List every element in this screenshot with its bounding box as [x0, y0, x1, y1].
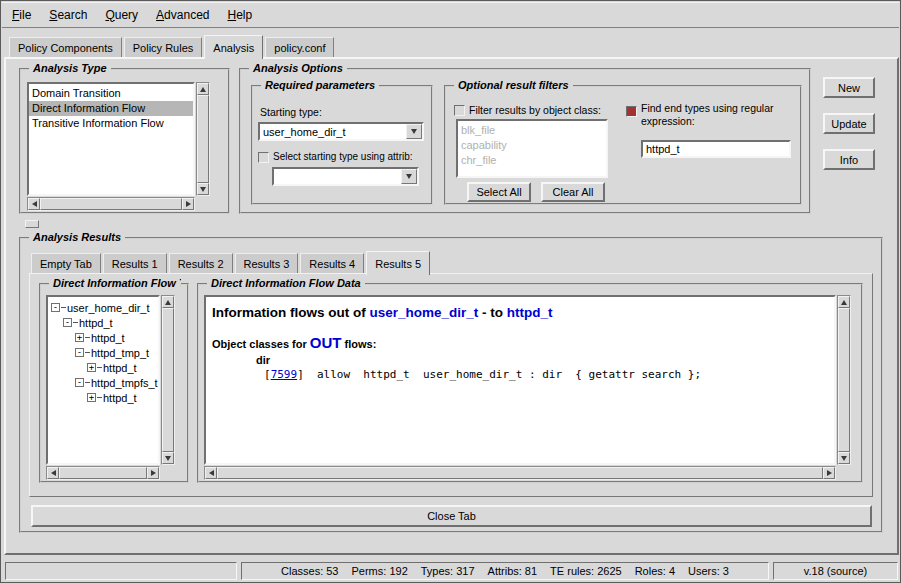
tree-node-label[interactable]: user_home_dir_t	[67, 302, 150, 314]
analysis-type-listbox[interactable]: Domain Transition Direct Information Flo…	[27, 82, 195, 196]
scroll-up-button[interactable]	[197, 83, 209, 95]
status-classes: Classes: 53	[281, 565, 338, 577]
menu-file[interactable]: File	[12, 8, 31, 22]
scrollbar-thumb[interactable]	[838, 308, 850, 452]
scroll-up-button[interactable]	[162, 296, 174, 308]
tree-expander-icon[interactable]: +	[87, 363, 96, 372]
tree-row: +httpd_t	[48, 360, 158, 375]
analysis-type-horizontal-scrollbar[interactable]	[27, 197, 195, 211]
scroll-left-button[interactable]	[205, 467, 217, 479]
attrib-checkbox[interactable]	[258, 152, 269, 163]
tab-policy-conf[interactable]: policy.conf	[265, 37, 334, 57]
tree-node-label[interactable]: httpd_t	[91, 332, 125, 344]
menu-search[interactable]: Search	[49, 8, 87, 22]
clear-all-button[interactable]: Clear All	[541, 182, 605, 202]
data-vertical-scrollbar[interactable]	[837, 295, 851, 465]
rule-text: allow httpd_t user_home_dir_t : dir { ge…	[304, 368, 701, 381]
list-item-direct-information-flow[interactable]: Direct Information Flow	[29, 101, 193, 116]
list-item-domain-transition[interactable]: Domain Transition	[29, 86, 193, 101]
tab-results-4[interactable]: Results 4	[300, 253, 364, 273]
tab-empty-tab[interactable]: Empty Tab	[31, 253, 101, 273]
flow-data-textarea[interactable]: Information flows out of user_home_dir_t…	[204, 295, 836, 465]
pane-resize-handle[interactable]	[25, 220, 39, 228]
starting-type-combobox[interactable]: user_home_dir_t	[258, 122, 424, 141]
attrib-combobox-value	[277, 169, 399, 184]
data-horizontal-scrollbar[interactable]	[204, 466, 836, 480]
scroll-left-button[interactable]	[47, 467, 59, 479]
scrollbar-thumb[interactable]	[197, 95, 209, 183]
filter-by-class-checkbox[interactable]	[454, 105, 465, 116]
rule-bracket-close: ]	[297, 368, 304, 381]
scroll-right-button[interactable]	[147, 467, 159, 479]
tree-node-label[interactable]: httpd_tmpfs_t	[91, 377, 158, 389]
tree-expander-icon[interactable]: -	[63, 318, 72, 327]
info-button[interactable]: Info	[823, 149, 875, 170]
list-item-transitive-information-flow[interactable]: Transitive Information Flow	[29, 116, 193, 131]
tree-expander-icon[interactable]: -	[51, 303, 60, 312]
scroll-left-button[interactable]	[28, 198, 40, 210]
main-tabstrip: Policy Components Policy Rules Analysis …	[9, 34, 336, 59]
status-users: Users: 3	[688, 565, 729, 577]
tree-horizontal-scrollbar[interactable]	[46, 466, 160, 480]
menu-search-label: earch	[57, 8, 87, 22]
scrollbar-thumb[interactable]	[162, 308, 174, 452]
tree-row: +httpd_t	[48, 390, 158, 405]
tab-analysis[interactable]: Analysis	[204, 35, 263, 59]
tree-vertical-scrollbar[interactable]	[161, 295, 175, 465]
tab-results-5[interactable]: Results 5	[366, 251, 430, 275]
regex-checkbox[interactable]	[626, 106, 637, 117]
scroll-up-button[interactable]	[838, 296, 850, 308]
object-classes-line: Object classes for OUT flows:	[212, 334, 828, 351]
tree-expander-icon[interactable]: +	[75, 333, 84, 342]
tree-expander-icon[interactable]: -	[75, 348, 84, 357]
tree-node-label[interactable]: httpd_tmp_t	[91, 347, 149, 359]
dropdown-button[interactable]	[406, 124, 422, 139]
arrow-right-icon	[151, 470, 156, 476]
policy-version-label: v.18 (source)	[804, 565, 867, 577]
regex-input[interactable]	[641, 140, 791, 158]
starting-type-value[interactable]: user_home_dir_t	[263, 124, 404, 139]
flow-tree[interactable]: -user_home_dir_t -httpd_t +httpd_t -http…	[46, 295, 160, 465]
tab-policy-components[interactable]: Policy Components	[9, 37, 122, 57]
flow-target-type: httpd_t	[507, 305, 553, 320]
scroll-right-button[interactable]	[823, 467, 835, 479]
analysis-results-title: Analysis Results	[29, 231, 125, 243]
menu-help[interactable]: Help	[227, 8, 252, 22]
menu-advanced[interactable]: Advanced	[156, 8, 209, 22]
scrollbar-thumb[interactable]	[40, 198, 182, 210]
analysis-type-vertical-scrollbar[interactable]	[196, 82, 210, 196]
status-stats-segment: Classes: 53 Perms: 192 Types: 317 Attrib…	[241, 562, 769, 580]
tree-node-label[interactable]: httpd_t	[103, 392, 137, 404]
new-button[interactable]: New	[823, 77, 875, 98]
menu-query[interactable]: Query	[105, 8, 138, 22]
tree-node-label[interactable]: httpd_t	[103, 362, 137, 374]
scroll-down-button[interactable]	[162, 452, 174, 464]
tab-policy-rules[interactable]: Policy Rules	[124, 37, 203, 57]
tab-results-2[interactable]: Results 2	[169, 253, 233, 273]
rule-number-link[interactable]: 7599	[271, 368, 298, 381]
scroll-right-button[interactable]	[182, 198, 194, 210]
status-types: Types: 317	[421, 565, 475, 577]
attrib-checkbox-label: Select starting type using attrib:	[273, 151, 413, 162]
menu-advanced-underline: A	[156, 8, 164, 22]
status-version-segment: v.18 (source)	[773, 562, 898, 580]
tree-expander-icon[interactable]: +	[87, 393, 96, 402]
arrow-left-icon	[51, 470, 56, 476]
scrollbar-thumb[interactable]	[217, 467, 823, 479]
scroll-down-button[interactable]	[197, 183, 209, 195]
tree-expander-icon[interactable]: -	[75, 378, 84, 387]
select-all-button[interactable]: Select All	[467, 182, 531, 202]
close-tab-button[interactable]: Close Tab	[31, 505, 872, 527]
tree-node-label[interactable]: httpd_t	[79, 317, 113, 329]
scroll-down-button[interactable]	[838, 452, 850, 464]
classes-line-prefix: Object classes for	[212, 338, 310, 350]
optional-filters-title: Optional result filters	[454, 79, 573, 91]
scrollbar-thumb[interactable]	[59, 467, 147, 479]
tab-results-3[interactable]: Results 3	[235, 253, 299, 273]
update-button[interactable]: Update	[823, 113, 875, 134]
out-flow-word: OUT	[310, 334, 342, 351]
tree-row: -httpd_t	[48, 315, 158, 330]
tab-results-1[interactable]: Results 1	[103, 253, 167, 273]
object-class-name: dir	[256, 354, 828, 366]
tree-row: -httpd_tmpfs_t	[48, 375, 158, 390]
